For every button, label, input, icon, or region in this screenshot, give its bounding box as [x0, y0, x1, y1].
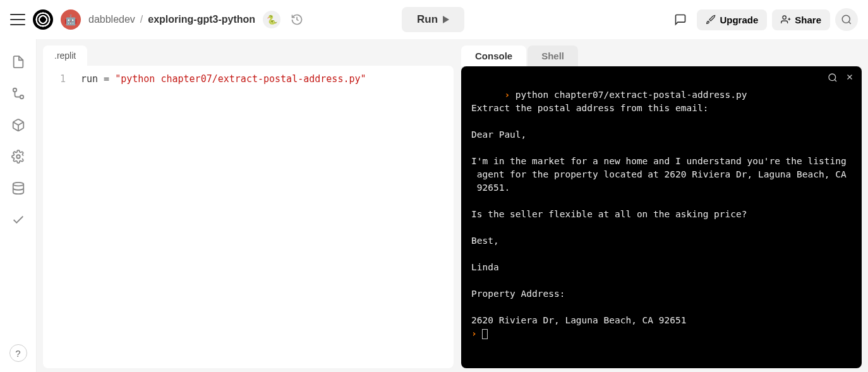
header: 🤖 dabbledev / exploring-gpt3-python 🐍 Ru… [0, 0, 868, 39]
menu-icon[interactable] [10, 14, 25, 25]
rocket-icon [706, 15, 716, 25]
terminal[interactable]: › python chapter07/extract-postal-addres… [461, 66, 862, 368]
svg-point-8 [16, 155, 20, 159]
cursor [482, 329, 488, 339]
file-tab[interactable]: .replit [43, 45, 87, 66]
console-pane: Console Shell › python chapter07/extract… [457, 39, 868, 372]
replit-logo[interactable] [33, 9, 53, 30]
run-button[interactable]: Run [402, 7, 464, 32]
svg-line-11 [835, 80, 836, 81]
breadcrumb: dabbledev / exploring-gpt3-python [88, 14, 255, 25]
breadcrumb-project[interactable]: exploring-gpt3-python [148, 14, 255, 25]
tab-shell[interactable]: Shell [527, 45, 578, 66]
editor-pane: .replit 1 run = "python chapter07/extrac… [37, 39, 457, 372]
editor-line: 1 run = "python chapter07/extract-postal… [53, 73, 443, 85]
packages-icon[interactable] [11, 117, 26, 133]
avatar[interactable]: 🤖 [61, 9, 81, 30]
terminal-command: python chapter07/extract-postal-address.… [515, 90, 747, 100]
breadcrumb-sep: / [140, 14, 143, 25]
version-control-icon[interactable] [11, 86, 26, 101]
svg-point-3 [842, 15, 850, 23]
svg-point-9 [13, 183, 23, 186]
svg-point-6 [20, 95, 23, 99]
share-button[interactable]: Share [772, 9, 830, 30]
upgrade-button[interactable]: Upgrade [697, 9, 767, 30]
terminal-close-icon[interactable] [845, 73, 854, 83]
svg-line-4 [849, 22, 851, 24]
svg-point-5 [13, 88, 16, 92]
settings-icon[interactable] [11, 149, 26, 164]
terminal-output: Extract the postal address from this ema… [471, 103, 847, 325]
main: ? .replit 1 run = "python chapter07/extr… [0, 39, 868, 372]
prompt-caret-2: › [471, 328, 477, 339]
history-icon[interactable] [288, 11, 306, 28]
files-icon[interactable] [11, 54, 26, 69]
code-editor[interactable]: 1 run = "python chapter07/extract-postal… [43, 66, 454, 368]
chat-icon[interactable] [669, 8, 692, 31]
check-icon[interactable] [11, 212, 26, 227]
line-number: 1 [53, 73, 66, 85]
svg-point-10 [829, 74, 836, 81]
code-content: run = "python chapter07/extract-postal-a… [81, 73, 366, 85]
python-badge[interactable]: 🐍 [263, 11, 280, 28]
upgrade-label: Upgrade [720, 15, 758, 25]
breadcrumb-user[interactable]: dabbledev [88, 14, 135, 25]
prompt-caret: › [504, 90, 510, 100]
tab-console[interactable]: Console [461, 45, 526, 66]
help-button[interactable]: ? [9, 344, 27, 362]
database-icon[interactable] [11, 181, 26, 196]
sidebar: ? [0, 39, 37, 372]
search-icon [841, 14, 852, 25]
share-label: Share [795, 15, 821, 25]
search-button[interactable] [835, 8, 858, 31]
svg-point-0 [783, 16, 786, 19]
run-label: Run [417, 13, 438, 26]
share-icon [781, 15, 791, 25]
console-tabs: Console Shell [461, 45, 862, 66]
terminal-search-icon[interactable] [828, 73, 838, 83]
terminal-tools [828, 73, 854, 83]
play-icon [443, 16, 449, 23]
